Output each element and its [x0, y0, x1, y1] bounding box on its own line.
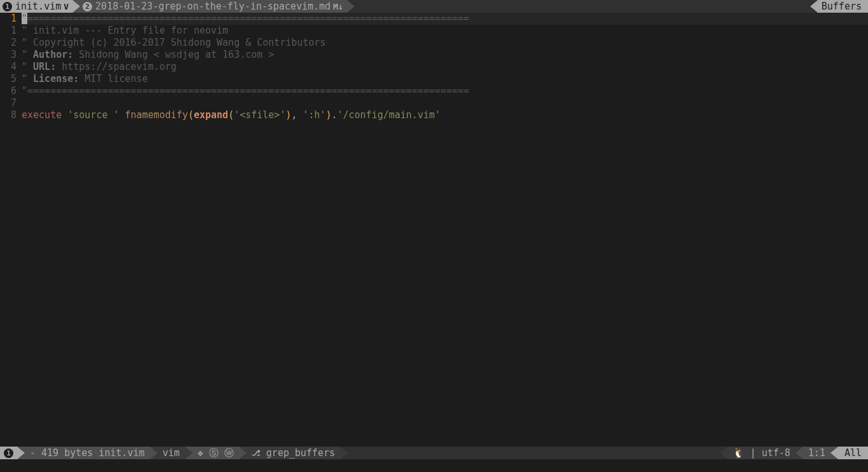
line-number: 1 [0, 13, 17, 25]
tab-label: init.vim [15, 1, 61, 12]
line-number: 8 [0, 109, 17, 121]
tab-separator-icon [72, 0, 80, 13]
line-number-gutter: 112345678 [0, 13, 22, 447]
line-number: 2 [0, 37, 17, 49]
code-line[interactable]: execute 'source ' fnamemodify(expand('<s… [22, 109, 868, 121]
code-line[interactable]: "=======================================… [22, 85, 868, 97]
filetype: vim [158, 447, 185, 459]
code-line[interactable]: " License: MIT license [22, 73, 868, 85]
markdown-filetype-icon: M↓ [333, 2, 343, 11]
statusline: 1 - 419 bytes init.vim vim ❖ Ⓢ ⓦ ⎇ grep_… [0, 447, 868, 459]
code-line[interactable] [22, 97, 868, 109]
statusline-right: 🐧 | utf-8 1:1 All [720, 447, 868, 459]
tab-label: 2018-01-23-grep-on-the-fly-in-spacevim.m… [95, 1, 330, 12]
command-line[interactable] [0, 459, 868, 472]
line-number: 4 [0, 61, 17, 73]
tab-separator-icon [347, 0, 355, 13]
separator-icon [185, 447, 193, 459]
code-line[interactable]: " Copyright (c) 2016-2017 Shidong Wang &… [22, 37, 868, 49]
os-icon: 🐧 [733, 447, 745, 459]
code-line[interactable]: " init.vim --- Entry file for neovim [22, 25, 868, 37]
branch-icon: ⎇ [252, 448, 261, 457]
separator-icon [831, 447, 838, 459]
separator-icon [340, 447, 348, 459]
tab-init-vim[interactable]: 1 init.vim V [0, 0, 72, 13]
line-number: 3 [0, 49, 17, 61]
cursor-position: 1:1 [803, 447, 831, 459]
separator-icon [239, 447, 247, 459]
line-number: 7 [0, 97, 17, 109]
code-line[interactable]: "=======================================… [22, 13, 868, 25]
window-number-icon: 1 [4, 448, 13, 458]
tab-number-icon: 1 [3, 2, 12, 11]
tabline: 1 init.vim V 2 2018-01-23-grep-on-the-fl… [0, 0, 868, 13]
line-number: 5 [0, 73, 17, 85]
vim-filetype-icon: V [64, 2, 69, 11]
buffers-button[interactable]: Buffers [818, 0, 868, 13]
window-number: 1 [0, 447, 17, 459]
editor-area[interactable]: 112345678 "=============================… [0, 13, 868, 447]
buffers-label-text: Buffers [822, 1, 862, 12]
line-number: 1 [0, 25, 17, 37]
separator-icon [720, 447, 728, 459]
status-indicators: ❖ Ⓢ ⓦ [193, 447, 239, 459]
scroll-percent: All [838, 447, 868, 459]
separator-icon [810, 0, 818, 13]
git-branch: ⎇ grep_buffers [247, 447, 340, 459]
separator-icon [150, 447, 158, 459]
tab-number-icon: 2 [83, 2, 92, 11]
separator-icon [17, 447, 25, 459]
separator-icon [796, 447, 803, 459]
file-info: - 419 bytes init.vim [25, 447, 150, 459]
code-content[interactable]: "=======================================… [22, 13, 868, 447]
code-line[interactable]: " URL: https://spacevim.org [22, 61, 868, 73]
code-line[interactable]: " Author: Shidong Wang < wsdjeg at 163.c… [22, 49, 868, 61]
line-number: 6 [0, 85, 17, 97]
tab-grep-md[interactable]: 2 2018-01-23-grep-on-the-fly-in-spacevim… [80, 0, 347, 13]
encoding: 🐧 | utf-8 [728, 447, 796, 459]
